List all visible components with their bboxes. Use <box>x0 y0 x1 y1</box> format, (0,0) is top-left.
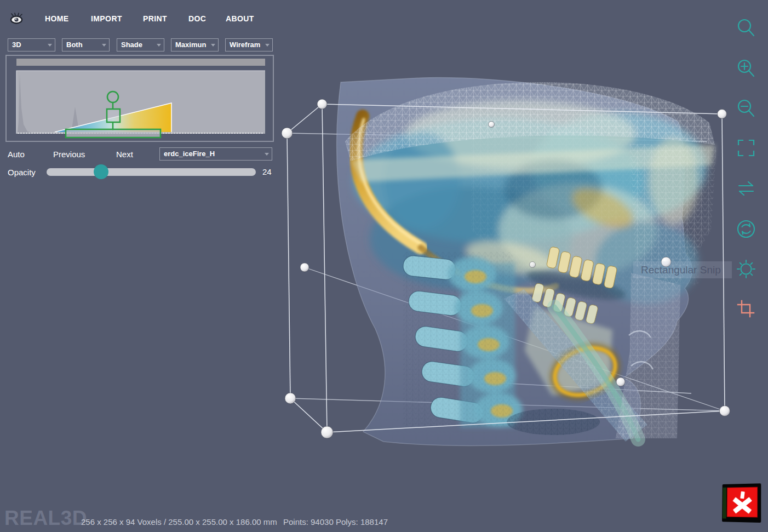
chevron-down-icon <box>102 44 106 47</box>
bbox-handle <box>489 122 495 128</box>
chevron-down-icon <box>265 44 270 47</box>
opacity-slider-track[interactable] <box>47 168 256 176</box>
dropdown-value: Maximun <box>175 41 206 49</box>
view-mode-dropdown[interactable]: 3D <box>8 38 55 52</box>
bbox-handle <box>530 262 536 268</box>
nav-item-import[interactable]: IMPORT <box>91 14 122 23</box>
channel-dropdown[interactable]: Both <box>62 38 110 52</box>
colormap-dropdown[interactable]: erdc_iceFire_H <box>159 147 272 161</box>
vertebrae <box>402 252 523 427</box>
opacity-value: 24 <box>262 167 272 176</box>
bbox-handle <box>616 377 625 386</box>
dropdown-value: Both <box>66 41 83 49</box>
mesh-stats: Points: 94030 Polys: 188147 <box>283 517 388 527</box>
dropdown-value: Shade <box>121 41 142 49</box>
wireframe-dropdown[interactable]: Wirefram <box>225 38 273 52</box>
neck-structures <box>504 273 680 442</box>
chevron-down-icon <box>211 44 215 47</box>
bbox-handle <box>317 99 327 109</box>
crop-icon[interactable] <box>736 299 756 319</box>
rotate-icon[interactable] <box>736 219 756 239</box>
search-icon[interactable] <box>736 18 756 38</box>
bbox-handle <box>285 393 296 404</box>
previous-button[interactable]: Previous <box>53 150 85 159</box>
chevron-down-icon <box>48 44 52 47</box>
transfer-function-editor[interactable] <box>7 56 271 139</box>
nav-item-print[interactable]: PRINT <box>143 14 167 23</box>
shade-dropdown[interactable]: Shade <box>117 38 164 52</box>
bbox-handle <box>718 110 727 119</box>
tf-node-square[interactable] <box>107 109 120 122</box>
teeth <box>525 247 628 324</box>
transfer-function-panel[interactable] <box>5 55 274 142</box>
zoom-in-icon[interactable] <box>736 58 756 79</box>
bbox-handle <box>300 263 309 272</box>
real3d-app: Rectangular Snip HOME IMPORT PRINT DOC A… <box>0 0 768 532</box>
close-cube-button[interactable] <box>722 483 761 523</box>
chevron-down-icon <box>157 44 161 47</box>
bbox-handle <box>720 406 730 416</box>
brightness-icon[interactable] <box>736 259 756 279</box>
opacity-slider-handle[interactable] <box>94 164 108 179</box>
cube-side-face <box>723 488 726 519</box>
auto-button[interactable]: Auto <box>8 150 25 159</box>
chevron-down-icon <box>265 153 269 156</box>
opacity-label: Opacity <box>8 168 36 177</box>
nav-item-home[interactable]: HOME <box>45 14 69 23</box>
colormap-value: erdc_iceFire_H <box>164 150 215 158</box>
nav-item-doc[interactable]: DOC <box>188 14 206 23</box>
next-button[interactable]: Next <box>116 150 133 159</box>
zoom-out-icon[interactable] <box>736 98 756 119</box>
eye-icon[interactable] <box>9 13 24 27</box>
range-scrollbar[interactable] <box>16 59 265 66</box>
dropdown-value: 3D <box>12 41 21 49</box>
brand-watermark: REAL3D <box>4 507 87 530</box>
skull-cap-mesh <box>345 82 715 161</box>
bbox-handle <box>282 128 293 139</box>
bbox-handle <box>321 426 333 438</box>
volume-dimensions: 256 x 256 x 94 Voxels / 255.00 x 255.00 … <box>81 517 277 527</box>
swap-arrows-icon[interactable] <box>736 179 756 199</box>
dropdown-value: Wirefram <box>230 41 260 49</box>
mandible <box>525 307 624 405</box>
fullscreen-icon[interactable] <box>736 138 756 158</box>
projection-dropdown[interactable]: Maximun <box>171 38 219 52</box>
snip-tooltip: Rectangular Snip <box>633 261 732 278</box>
nav-item-about[interactable]: ABOUT <box>226 14 254 23</box>
close-x-icon <box>731 489 754 515</box>
cube-front-face <box>727 487 758 518</box>
tf-range-bar[interactable] <box>66 129 161 138</box>
